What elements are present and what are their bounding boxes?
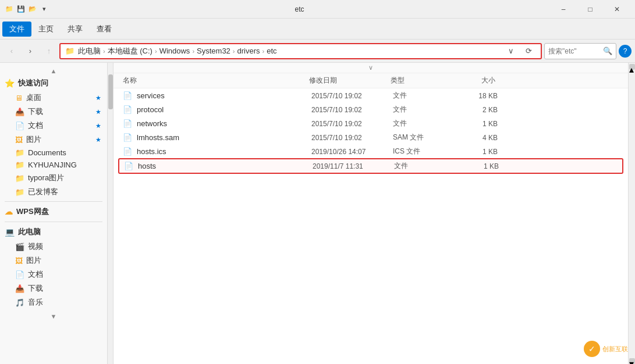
sidebar-scrollbar[interactable] [108,63,113,364]
sidebar-item-pc-documents[interactable]: 📄 文档 [2,267,105,281]
menu-share[interactable]: 共享 [61,22,90,37]
close-button[interactable]: ✕ [604,0,630,19]
file-date-hosts: 2019/11/7 11:31 [313,162,394,170]
dropdown-small-icon[interactable]: ▾ [40,5,49,14]
sidebar-item-documents[interactable]: 📄 文档 ★ [2,119,105,133]
breadcrumb-sep-2: › [155,48,157,55]
file-size-services: 18 KB [451,92,498,100]
sidebar-item-pc-documents-label: 文档 [28,269,43,280]
search-box[interactable]: 🔍 [544,43,616,59]
sidebar-item-music-label: 音乐 [28,297,43,308]
sidebar: ▲ ⭐ 快速访问 🖥 桌面 ★ 📥 下载 ★ 📄 文档 ★ 🖼 [0,63,108,364]
quick-access-header: ⭐ 快速访问 [0,76,107,91]
watermark-checkmark: ✓ [588,344,595,354]
menu-home[interactable]: 主页 [31,22,61,37]
pc-downloads-icon: 📥 [15,284,24,293]
search-icon[interactable]: 🔍 [603,47,612,55]
file-type-services: 文件 [393,91,451,101]
maximize-button[interactable]: □ [577,0,604,19]
sidebar-divider-1 [5,201,102,202]
sidebar-item-published[interactable]: 📁 已发博客 [2,185,105,199]
this-pc-header[interactable]: 💻 此电脑 [0,224,107,240]
quick-access-section: ⭐ 快速访问 🖥 桌面 ★ 📥 下载 ★ 📄 文档 ★ 🖼 图片 ★ [0,76,107,199]
address-right-controls: ∨ ⟳ [503,44,536,59]
file-name-protocol: protocol [137,105,311,114]
col-header-name[interactable]: 名称 [123,76,309,85]
up-button[interactable]: ↑ [41,43,57,59]
file-row-hosts-ics[interactable]: 📄 hosts.ics 2019/10/26 14:07 ICS 文件 1 KB [118,145,623,158]
col-header-type[interactable]: 类型 [391,76,449,85]
toolbar: ‹ › ↑ 📁 此电脑 › 本地磁盘 (C:) › Windows › Syst… [0,40,635,63]
file-type-networks: 文件 [393,119,451,129]
file-name-hosts-ics: hosts.ics [137,147,311,156]
pin-icon-downloads: ★ [95,108,101,116]
menu-view[interactable]: 查看 [90,22,119,37]
file-icon-networks: 📄 [123,119,132,128]
sidebar-item-pc-pictures[interactable]: 🖼 图片 [2,254,105,267]
scrollbar-down-btn[interactable]: ▾ [629,358,635,364]
address-dropdown-button[interactable]: ∨ [503,44,519,59]
col-header-date[interactable]: 修改日期 [309,76,391,85]
breadcrumb-this-pc[interactable]: 此电脑 [78,46,101,56]
sidebar-item-downloads[interactable]: 📥 下载 ★ [2,105,105,119]
video-icon: 🎬 [15,242,24,251]
wps-label: WPS网盘 [16,206,49,217]
breadcrumb-sep-4: › [233,48,235,55]
watermark: ✓ 创新互联 [584,341,628,357]
pictures-icon: 🖼 [15,135,23,144]
file-icon-services: 📄 [123,91,132,100]
file-icon-protocol: 📄 [123,105,132,114]
sidebar-item-video-label: 视频 [28,241,43,252]
sidebar-scroll-up[interactable]: ▲ [0,66,107,76]
menu-file[interactable]: 文件 [2,22,31,37]
refresh-button[interactable]: ⟳ [521,44,536,59]
breadcrumb: 📁 此电脑 › 本地磁盘 (C:) › Windows › System32 ›… [65,46,277,56]
breadcrumb-system32[interactable]: System32 [197,47,230,55]
cloud-icon: ☁ [5,207,13,216]
file-list-header: 名称 修改日期 类型 大小 [113,73,628,88]
typora-icon: 📁 [15,174,24,183]
sidebar-item-desktop-label: 桌面 [26,92,41,103]
wps-header[interactable]: ☁ WPS网盘 [0,204,107,219]
col-header-size[interactable]: 大小 [449,76,495,85]
forward-button[interactable]: › [22,43,38,59]
sidebar-item-music[interactable]: 🎵 音乐 [2,295,105,309]
folder-small-icon: 📂 [28,5,37,14]
breadcrumb-c-drive[interactable]: 本地磁盘 (C:) [108,46,152,56]
search-input[interactable] [548,47,601,55]
file-row-protocol[interactable]: 📄 protocol 2015/7/10 19:02 文件 2 KB [118,103,623,116]
sidebar-item-pc-downloads[interactable]: 📥 下载 [2,281,105,295]
sidebar-item-pictures[interactable]: 🖼 图片 ★ [2,133,105,147]
file-size-lmhosts: 4 KB [451,134,498,142]
breadcrumb-drivers[interactable]: drivers [237,47,260,55]
breadcrumb-windows[interactable]: Windows [159,47,190,55]
sidebar-item-kyhuanjing[interactable]: 📁 KYHUANJING [2,159,105,171]
breadcrumb-folder-icon: 📁 [65,47,75,55]
sidebar-item-typora[interactable]: 📁 typora图片 [2,171,105,185]
file-name-services: services [137,91,311,100]
minimize-button[interactable]: – [550,0,577,19]
breadcrumb-sep-3: › [192,48,194,55]
file-date-networks: 2015/7/10 19:02 [311,120,393,128]
file-area-scrollbar[interactable]: ▴ ▾ [628,63,635,364]
sidebar-item-video[interactable]: 🎬 视频 [2,240,105,254]
file-list: 📄 services 2015/7/10 19:02 文件 18 KB 📄 pr… [113,88,628,364]
help-button[interactable]: ? [619,45,632,58]
pin-icon-desktop: ★ [95,94,101,102]
file-area: ∨ 名称 修改日期 类型 大小 📄 services 2015/7/10 19:… [113,63,628,364]
titlebar: 📁 💾 📂 ▾ etc – □ ✕ [0,0,635,19]
address-bar[interactable]: 📁 此电脑 › 本地磁盘 (C:) › Windows › System32 ›… [59,43,542,59]
file-type-hosts-ics: ICS 文件 [393,147,451,156]
sidebar-item-docs-folder[interactable]: 📁 Documents [2,147,105,159]
scrollbar-up-btn[interactable]: ▴ [629,64,635,70]
sidebar-item-desktop[interactable]: 🖥 桌面 ★ [2,91,105,105]
menubar: 文件 主页 共享 查看 [0,19,635,40]
file-row-networks[interactable]: 📄 networks 2015/7/10 19:02 文件 1 KB [118,117,623,130]
breadcrumb-etc[interactable]: etc [267,47,276,55]
file-row-services[interactable]: 📄 services 2015/7/10 19:02 文件 18 KB [118,89,623,102]
file-row-hosts[interactable]: 📄 hosts 2019/11/7 11:31 文件 1 KB [118,158,623,174]
sidebar-scroll-down[interactable]: ▼ [0,312,107,321]
back-button[interactable]: ‹ [3,43,20,59]
file-row-lmhosts[interactable]: 📄 lmhosts.sam 2015/7/10 19:02 SAM 文件 4 K… [118,131,623,144]
music-icon: 🎵 [15,298,24,307]
